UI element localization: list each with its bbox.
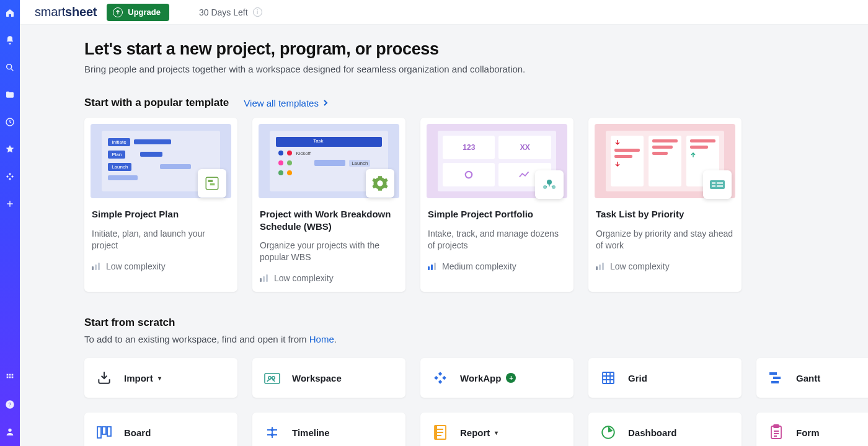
svg-rect-28 [773, 377, 781, 379]
tile-workspace[interactable]: Workspace [252, 358, 405, 398]
cards-icon [703, 170, 732, 199]
tile-workapp[interactable]: WorkApp+ [420, 358, 574, 398]
svg-rect-36 [435, 426, 437, 439]
portfolio-icon [535, 170, 564, 199]
svg-rect-4 [12, 374, 14, 376]
board-icon [95, 424, 113, 441]
svg-rect-5 [7, 377, 9, 378]
svg-rect-27 [769, 372, 777, 375]
svg-point-15 [547, 180, 552, 185]
help-icon[interactable]: ? [4, 399, 16, 410]
workspace-icon [264, 369, 281, 387]
complexity-bars-icon [92, 263, 100, 270]
trial-days-remaining: 30 Days Left i [199, 7, 262, 17]
scratch-section-title: Start from scratch [84, 317, 866, 329]
svg-point-25 [272, 377, 275, 379]
gear-icon [366, 169, 394, 198]
svg-rect-3 [9, 374, 11, 376]
complexity-bars-icon [260, 274, 268, 282]
templates-section-title: Start with a popular template [84, 97, 229, 109]
svg-rect-31 [102, 427, 106, 434]
svg-point-0 [7, 64, 12, 69]
import-icon [95, 369, 113, 387]
topbar: smartsheet Upgrade 30 Days Left i [20, 0, 868, 25]
template-title: Task List by Priority [596, 208, 734, 221]
complexity-bars-icon [428, 263, 436, 270]
svg-point-14 [466, 172, 472, 178]
svg-rect-21 [712, 185, 715, 187]
chevron-right-icon [322, 100, 329, 106]
grid-icon [600, 369, 617, 387]
template-card-task-list-by-priority[interactable]: Task List by Priority Organize by priori… [588, 118, 742, 292]
template-title: Simple Project Portfolio [428, 208, 566, 221]
home-icon[interactable] [4, 7, 16, 19]
gantt-icon [768, 369, 785, 387]
template-card-simple-project-plan[interactable]: Initiate Plan Launch Simple Project Plan… [84, 118, 237, 292]
template-thumbnail: Task Kickoff Launch [259, 124, 399, 198]
svg-rect-19 [712, 182, 715, 184]
complexity-bars-icon [596, 263, 604, 270]
caret-down-icon: ▾ [158, 375, 161, 382]
template-desc: Organize your projects with the popular … [260, 240, 398, 263]
template-desc: Intake, track, and manage dozens of proj… [428, 228, 566, 251]
template-complexity: Low complexity [260, 273, 398, 283]
caret-down-icon: ▾ [495, 429, 498, 436]
tile-grid[interactable]: Grid [588, 358, 742, 398]
tile-dashboard[interactable]: Dashboard [588, 413, 742, 446]
template-complexity: Medium complexity [428, 261, 566, 271]
template-desc: Organize by priority and stay ahead of w… [596, 228, 734, 251]
gantt-icon [198, 169, 226, 198]
svg-rect-29 [771, 381, 779, 383]
svg-point-24 [268, 377, 271, 379]
svg-rect-12 [208, 180, 213, 182]
info-icon[interactable]: i [253, 7, 262, 17]
template-thumbnail: Initiate Plan Launch [91, 124, 231, 198]
svg-rect-30 [97, 427, 101, 438]
dashboard-icon [600, 424, 617, 441]
template-desc: Initiate, plan, and launch your project [92, 228, 230, 251]
template-thumbnail [595, 124, 735, 198]
svg-point-10 [8, 429, 11, 432]
profile-icon[interactable] [4, 426, 16, 437]
svg-rect-2 [7, 374, 9, 376]
tile-gantt[interactable]: Gantt [756, 358, 868, 398]
upgrade-button[interactable]: Upgrade [107, 4, 169, 21]
tile-report[interactable]: Report▾ [420, 413, 574, 446]
template-title: Simple Project Plan [92, 208, 230, 221]
star-icon[interactable] [4, 144, 16, 155]
svg-rect-39 [774, 425, 779, 427]
page-subtitle: Bring people and projects together with … [84, 64, 866, 74]
tile-timeline[interactable]: Timeline [252, 413, 405, 446]
svg-point-34 [272, 434, 273, 436]
svg-rect-6 [9, 377, 11, 378]
tile-form[interactable]: Form [756, 413, 868, 446]
plus-icon[interactable] [4, 198, 16, 209]
svg-text:?: ? [9, 401, 12, 408]
view-all-templates-link[interactable]: View all templates [244, 98, 329, 108]
home-link[interactable]: Home [309, 334, 334, 344]
svg-rect-22 [717, 185, 723, 187]
tile-import[interactable]: Import▾ [84, 358, 237, 398]
scratch-desc: To add to an existing workspace, find an… [84, 334, 866, 344]
recent-icon[interactable] [4, 116, 16, 128]
plus-badge-icon: + [506, 373, 516, 383]
template-card-project-wbs[interactable]: Task Kickoff Launch Project with Work Br… [252, 118, 405, 292]
template-title: Project with Work Breakdown Schedule (WB… [260, 208, 398, 232]
folder-icon[interactable] [4, 89, 16, 100]
tile-board[interactable]: Board [84, 413, 237, 446]
template-complexity: Low complexity [596, 261, 734, 271]
template-card-simple-project-portfolio[interactable]: 123 XX Simple Project Portfolio Intake, … [420, 118, 574, 292]
workapps-icon[interactable] [4, 171, 16, 182]
bell-icon[interactable] [4, 35, 16, 46]
svg-point-33 [272, 429, 273, 431]
svg-rect-32 [107, 427, 111, 436]
apps-icon[interactable] [4, 372, 16, 383]
page-title: Let's start a new project, program, or p… [84, 40, 866, 59]
template-thumbnail: 123 XX [427, 124, 567, 198]
timeline-icon [264, 424, 281, 441]
brand-logo[interactable]: smartsheet [35, 5, 97, 19]
svg-rect-7 [12, 377, 14, 378]
search-icon[interactable] [4, 62, 16, 73]
workapp-icon [432, 369, 449, 387]
svg-rect-13 [210, 183, 215, 185]
